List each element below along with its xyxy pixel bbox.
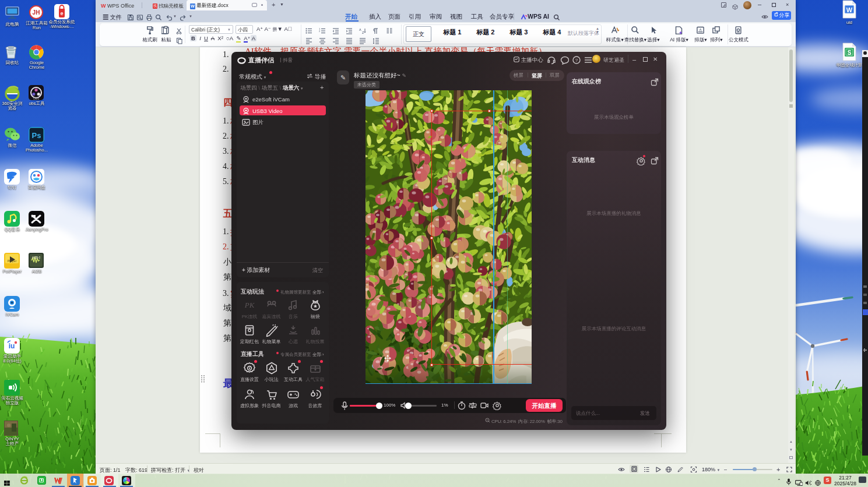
svg-text:PK: PK	[244, 301, 255, 309]
svg-text:Ps: Ps	[32, 131, 41, 140]
svg-text:Z: Z	[362, 31, 364, 34]
svg-text:OBS: OBS	[33, 97, 40, 100]
svg-text:W: W	[846, 6, 853, 13]
svg-text:Player: Player	[8, 259, 17, 263]
svg-text:2: 2	[319, 30, 321, 33]
svg-text:e: e	[60, 10, 63, 16]
svg-text:JH: JH	[33, 9, 40, 16]
svg-text:iu: iu	[9, 342, 15, 350]
svg-text:A: A	[699, 27, 702, 31]
svg-text:?: ?	[575, 58, 578, 63]
svg-text:A: A	[359, 28, 361, 31]
svg-text:S: S	[848, 50, 852, 56]
svg-text:AIZB-3: AIZB-3	[32, 256, 41, 259]
